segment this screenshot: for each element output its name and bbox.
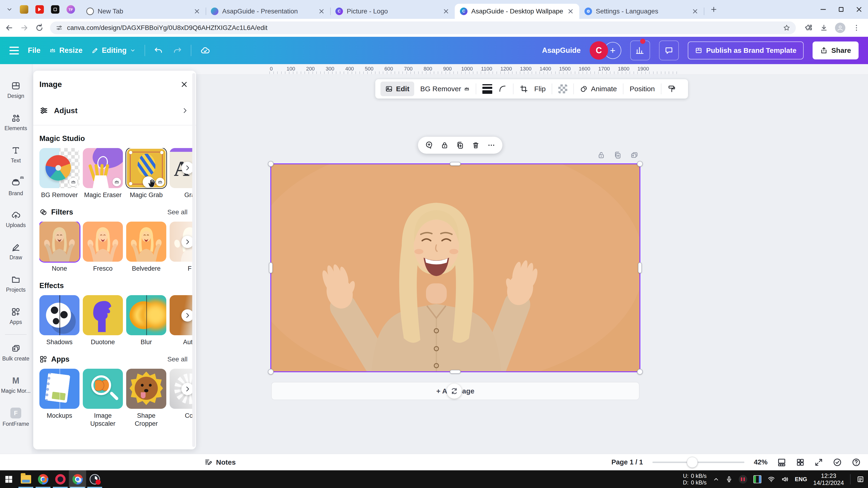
filter-fresco-thumb[interactable] (83, 222, 123, 262)
resize-menu[interactable]: Resize (49, 46, 82, 55)
grid-view-icon[interactable] (796, 458, 805, 467)
publish-brand-template-button[interactable]: Publish as Brand Template (688, 41, 804, 59)
pinned-tab-gold-icon[interactable] (20, 5, 28, 14)
tab-close-icon[interactable] (193, 8, 200, 15)
effect-duotone-thumb[interactable] (83, 295, 123, 335)
saved-check-icon[interactable] (833, 458, 842, 467)
forward-icon[interactable] (20, 23, 29, 32)
taskbar-file-explorer[interactable] (17, 470, 34, 488)
extensions-puzzle-icon[interactable] (805, 24, 813, 32)
resize-handle-bottom-left[interactable] (268, 369, 274, 375)
flip-button[interactable]: Flip (534, 85, 546, 93)
wifi-icon[interactable] (768, 476, 775, 483)
sidebar-item-elements[interactable]: Elements (0, 106, 32, 139)
sidebar-item-magic-morph[interactable]: MMagic Mor... (0, 369, 32, 401)
resize-handle-left[interactable] (269, 262, 273, 273)
panel-scrollbar[interactable] (192, 73, 195, 447)
corner-rounding-icon[interactable] (498, 85, 507, 93)
edit-image-button[interactable]: Edit (380, 82, 414, 96)
animate-button[interactable]: Animate (580, 85, 617, 93)
resize-handle-top-left[interactable] (268, 161, 274, 167)
window-close-button[interactable] (850, 0, 868, 19)
bookmark-star-icon[interactable] (783, 24, 790, 31)
window-minimize-button[interactable] (814, 0, 832, 19)
sidebar-item-projects[interactable]: Projects (0, 268, 32, 300)
browser-profile-avatar[interactable] (835, 23, 845, 33)
sidebar-item-apps[interactable]: Apps (0, 300, 32, 332)
sidebar-item-bulk-create[interactable]: Bulk create (0, 337, 32, 369)
paint-roller-icon[interactable] (668, 85, 676, 93)
tab-search-icon[interactable] (6, 6, 13, 13)
crop-icon[interactable] (520, 85, 528, 93)
delete-icon[interactable] (472, 141, 480, 149)
filter-belvedere-thumb[interactable] (126, 222, 166, 262)
magic-studio-scroll-right-button[interactable] (181, 162, 194, 174)
new-tab-button-icon[interactable] (710, 6, 717, 13)
fullscreen-icon[interactable] (814, 458, 823, 467)
tab-picture-logo[interactable]: C Picture - Logo (330, 4, 455, 19)
back-icon[interactable] (5, 23, 14, 32)
browser-menu-kebab-icon[interactable] (852, 24, 861, 32)
taskbar-chrome-1[interactable] (34, 470, 52, 488)
duplicate-icon[interactable] (456, 141, 464, 149)
tab-close-icon[interactable] (442, 8, 450, 15)
stroke-weight-button[interactable] (483, 84, 492, 94)
language-indicator[interactable]: ENG (795, 476, 807, 483)
add-page-button[interactable]: + Add page (271, 382, 640, 400)
taskbar-opera[interactable] (52, 470, 69, 488)
taskbar-chrome-2-active[interactable] (69, 470, 86, 488)
app-mockups-thumb[interactable] (39, 369, 80, 409)
transparency-icon[interactable] (558, 85, 567, 93)
tray-app-icon[interactable] (753, 475, 762, 483)
unlock-page-icon[interactable] (597, 151, 605, 159)
zoom-slider[interactable] (652, 462, 744, 463)
notes-button[interactable]: Notes (204, 458, 236, 466)
magic-studio-magic-eraser-thumb[interactable] (83, 148, 123, 188)
app-image-upscaler-thumb[interactable] (83, 369, 123, 409)
tab-new-tab[interactable]: New Tab (81, 4, 206, 19)
site-settings-icon[interactable] (56, 24, 63, 31)
more-options-icon[interactable] (487, 141, 495, 149)
pinned-tab-dark-icon[interactable] (51, 5, 59, 14)
sidebar-item-uploads[interactable]: Uploads (0, 203, 32, 235)
user-avatar[interactable]: C (590, 41, 608, 60)
resize-handle-right[interactable] (638, 262, 642, 273)
clock[interactable]: 12:23 14/12/2024 (813, 472, 844, 486)
recorder-pause-icon[interactable] (739, 475, 747, 484)
tab-close-icon[interactable] (567, 8, 574, 15)
design-page-image[interactable] (271, 164, 640, 371)
reload-icon[interactable] (35, 23, 44, 32)
resize-handle-bottom[interactable] (450, 370, 461, 374)
zoom-slider-thumb[interactable] (687, 457, 698, 468)
tab-settings-languages[interactable]: ⚙ Settings - Languages (579, 4, 704, 19)
filters-scroll-right-button[interactable] (181, 236, 194, 248)
editing-mode-menu[interactable]: Editing (92, 46, 135, 55)
add-page-icon[interactable] (630, 151, 638, 159)
tab-desktop-wallpaper-active[interactable]: C AsapGuide - Desktop Wallpape (455, 4, 579, 19)
sidebar-item-brand[interactable]: Brand (0, 171, 32, 203)
duplicate-page-icon[interactable] (614, 151, 622, 159)
resize-handle-top-right[interactable] (637, 161, 643, 167)
magic-studio-bg-remover-thumb[interactable] (39, 148, 80, 188)
tab-close-icon[interactable] (691, 8, 699, 15)
panel-close-icon[interactable] (180, 80, 188, 89)
comments-button[interactable] (659, 40, 679, 60)
bg-remover-button[interactable]: BG Remover (420, 85, 470, 93)
share-button[interactable]: Share (813, 41, 859, 59)
sidebar-item-design[interactable]: Design (0, 74, 32, 106)
filter-none-thumb-selected[interactable] (39, 222, 80, 262)
tray-expand-icon[interactable] (713, 476, 719, 483)
effect-blur-thumb[interactable] (126, 295, 166, 335)
file-menu[interactable]: File (28, 46, 40, 55)
redo-icon[interactable] (173, 46, 182, 55)
position-button[interactable]: Position (629, 85, 655, 93)
address-bar[interactable]: canva.com/design/DAGXFBBoiYg/0U8xD9Q6AHZ… (50, 22, 796, 34)
apps-see-all-link[interactable]: See all (167, 356, 187, 363)
adjust-row[interactable]: Adjust (39, 100, 192, 121)
downloads-icon[interactable] (820, 24, 828, 32)
app-shape-cropper-thumb[interactable] (126, 369, 166, 409)
insights-chart-button[interactable] (630, 40, 650, 60)
lock-icon[interactable] (441, 141, 448, 149)
microphone-icon[interactable] (725, 476, 733, 483)
main-menu-hamburger-icon[interactable] (9, 47, 19, 55)
